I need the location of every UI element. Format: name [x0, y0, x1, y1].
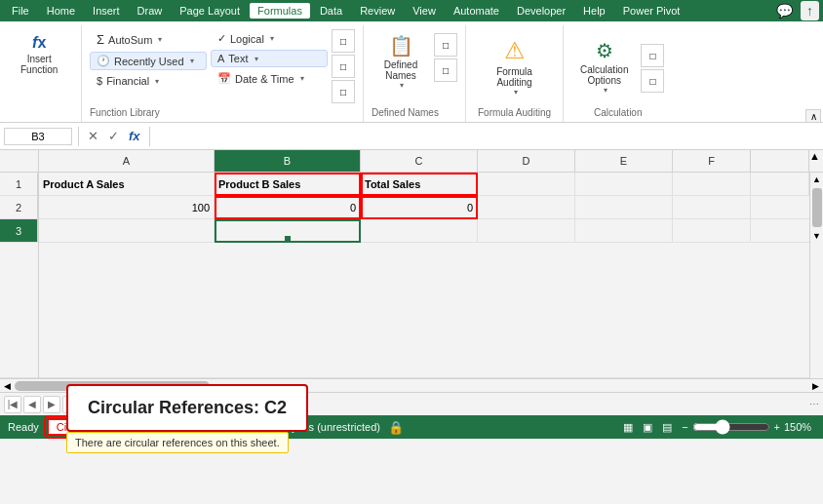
tab-scroll-dots[interactable]: ⋯	[809, 399, 819, 409]
menu-pagelayout[interactable]: Page Layout	[172, 3, 248, 19]
defined-names-button[interactable]: 📋 DefinedNames ▾	[372, 29, 430, 95]
cell-e2[interactable]	[575, 196, 673, 219]
insert-function-button[interactable]: fx InsertFunction	[12, 29, 66, 80]
formula-auditing-group: ⚠ FormulaAuditing ▾ Formula Auditing	[466, 25, 564, 122]
cell-e1[interactable]	[575, 173, 673, 196]
cell-b1[interactable]: Product B Sales	[215, 173, 361, 196]
zoom-slider[interactable]	[692, 419, 770, 435]
row-num-3[interactable]: 3	[0, 219, 38, 243]
menu-data[interactable]: Data	[312, 3, 350, 19]
cell-b3[interactable]	[215, 219, 361, 243]
cell-d2[interactable]	[478, 196, 575, 219]
create-from-selection-button[interactable]: □	[434, 58, 457, 82]
cell-c3[interactable]	[361, 219, 478, 243]
normal-view-button[interactable]: ▦	[619, 418, 637, 436]
row-num-2[interactable]: 2	[0, 196, 38, 219]
menu-help[interactable]: Help	[575, 3, 613, 19]
col-header-b[interactable]: B	[215, 150, 361, 172]
cell-b2[interactable]: 0	[215, 196, 361, 219]
formula-icons: ✕ ✓ fx	[85, 128, 143, 144]
cell-c1[interactable]: Total Sales	[361, 173, 478, 196]
col-header-a[interactable]: A	[39, 150, 215, 172]
cell-d3[interactable]	[478, 219, 575, 243]
cell-c2[interactable]: 0	[361, 196, 478, 219]
cell-f3[interactable]	[673, 219, 751, 243]
logical-icon: ✓	[217, 32, 226, 45]
confirm-formula-button[interactable]: ✓	[105, 128, 122, 144]
cell-d1[interactable]	[478, 173, 575, 196]
view-icons: ▦ ▣ ▤	[619, 418, 676, 436]
share-icon[interactable]: ↑	[801, 1, 819, 20]
vscroll-thumb[interactable]	[812, 188, 822, 227]
page-break-view-button[interactable]: ▤	[658, 418, 676, 436]
menu-automate[interactable]: Automate	[446, 3, 507, 19]
recently-used-dropdown-arrow: ▾	[190, 57, 194, 65]
formula-input[interactable]	[156, 128, 819, 145]
hscroll-left[interactable]: ◀	[4, 381, 11, 391]
menu-review[interactable]: Review	[352, 3, 403, 19]
financial-button[interactable]: $ Financial ▾	[90, 72, 207, 90]
clock-icon: 🕐	[97, 55, 110, 67]
logical-label: Logical	[230, 33, 264, 45]
menu-powerpivot[interactable]: Power Pivot	[615, 3, 688, 19]
cell-f2[interactable]	[673, 196, 751, 219]
cancel-formula-button[interactable]: ✕	[85, 128, 101, 144]
row-num-empty	[0, 243, 38, 378]
recently-used-button[interactable]: 🕐 Recently Used ▾	[90, 52, 207, 70]
sheet-nav-first[interactable]: |◀	[4, 396, 21, 413]
vertical-scrollbar[interactable]: ▲ ▼	[809, 173, 823, 378]
col-header-e[interactable]: E	[575, 150, 673, 172]
menu-insert[interactable]: Insert	[85, 3, 128, 19]
cell-a3[interactable]	[39, 219, 215, 243]
function-library-group: Σ AutoSum ▾ 🕐 Recently Used ▾ $ Financia…	[82, 25, 364, 122]
menu-file[interactable]: File	[4, 3, 37, 19]
col-header-rest	[751, 150, 809, 172]
calculation-options-button[interactable]: ⚙ CalculationOptions ▾	[571, 34, 637, 99]
defined-names-icon: 📋	[389, 34, 413, 58]
fx-icon: fx	[32, 34, 46, 52]
page-layout-view-button[interactable]: ▣	[639, 418, 656, 436]
menu-draw[interactable]: Draw	[130, 3, 171, 19]
calc-now-button[interactable]: □	[641, 44, 664, 67]
calculation-icon: ⚙	[596, 39, 613, 62]
zoom-in-button[interactable]: +	[774, 421, 780, 433]
hscroll-right[interactable]: ▶	[812, 381, 819, 391]
more-functions-button[interactable]: □	[332, 80, 355, 103]
col-header-d[interactable]: D	[478, 150, 575, 172]
datetime-button[interactable]: 📅 Date & Time ▾	[211, 69, 328, 88]
function-library-title: Function Library	[90, 107, 160, 118]
text-dropdown-arrow: ▾	[255, 55, 258, 63]
autosum-button[interactable]: Σ AutoSum ▾	[90, 29, 207, 50]
col-header-c[interactable]: C	[361, 150, 478, 172]
cell-a2[interactable]: 100	[39, 196, 215, 219]
text-button[interactable]: A Text ▾	[211, 50, 328, 67]
formula-auditing-button[interactable]: ⚠ FormulaAuditing ▾	[486, 32, 544, 101]
col-header-f[interactable]: F	[673, 150, 751, 172]
calculation-options-label: CalculationOptions	[580, 64, 628, 86]
lookup-ref-button[interactable]: □	[332, 29, 355, 53]
name-box[interactable]	[4, 128, 72, 145]
sheet-nav-next[interactable]: ▶	[43, 396, 60, 413]
autosum-dropdown-arrow: ▾	[158, 35, 162, 44]
menu-home[interactable]: Home	[39, 3, 83, 19]
menu-formulas[interactable]: Formulas	[250, 3, 310, 19]
math-trig-button[interactable]: □	[332, 55, 355, 78]
menu-developer[interactable]: Developer	[509, 3, 573, 19]
table-row	[39, 219, 809, 243]
defined-names-dropdown: ▾	[400, 81, 404, 90]
cell-f1[interactable]	[673, 173, 751, 196]
cell-a1[interactable]: Product A Sales	[39, 173, 215, 196]
comment-icon[interactable]: 💬	[770, 1, 799, 20]
row-num-1[interactable]: 1	[0, 173, 38, 196]
zoom-level[interactable]: 150%	[784, 421, 815, 433]
autosum-label: AutoSum	[108, 34, 152, 46]
menu-view[interactable]: View	[405, 3, 444, 19]
logical-button[interactable]: ✓ Logical ▾	[211, 29, 328, 48]
sheet-nav-prev[interactable]: ◀	[23, 396, 41, 413]
ribbon-collapse-button[interactable]: ∧	[805, 109, 821, 123]
cell-e3[interactable]	[575, 219, 673, 243]
calc-sheet-button[interactable]: □	[641, 69, 664, 93]
insert-function-small-button[interactable]: fx	[126, 128, 143, 144]
zoom-out-button[interactable]: −	[682, 421, 687, 433]
name-manager-button[interactable]: □	[434, 33, 457, 57]
